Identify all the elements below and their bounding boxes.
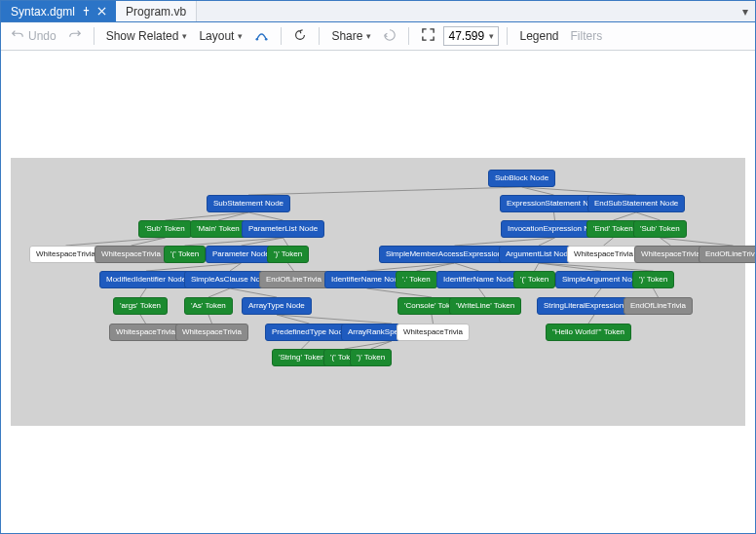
graph-canvas[interactable]: SubBlock NodeSubStatement NodeExpression… xyxy=(11,158,745,426)
svg-line-9 xyxy=(614,212,637,220)
graph-node[interactable]: WhitespaceTrivia xyxy=(567,246,640,263)
chevron-down-icon: ▾ xyxy=(366,31,371,41)
layout-label: Layout xyxy=(199,29,234,43)
redo-icon xyxy=(68,28,82,45)
graph-node[interactable]: ')' Token xyxy=(350,349,392,366)
separator xyxy=(319,27,320,45)
graph-node[interactable]: 'As' Token xyxy=(184,297,233,315)
graph-node[interactable]: 'Sub' Token xyxy=(633,220,687,238)
chevron-down-icon: ▾ xyxy=(489,31,494,41)
svg-line-44 xyxy=(345,341,393,349)
neighborhood-mode-button[interactable] xyxy=(250,25,273,47)
export-icon xyxy=(383,28,397,45)
graph-node[interactable]: SubBlock Node xyxy=(488,170,555,187)
graph-node[interactable]: ')' Token xyxy=(267,246,309,263)
separator xyxy=(94,27,94,45)
graph-node[interactable]: WhitespaceTrivia xyxy=(175,324,248,341)
graph-node[interactable]: SubStatement Node xyxy=(207,195,290,212)
layout-dropdown[interactable]: Layout ▾ xyxy=(195,27,246,45)
svg-point-1 xyxy=(265,38,268,41)
tab-filler xyxy=(197,1,736,21)
filters-label: Filters xyxy=(571,29,603,43)
graph-node[interactable]: '.' Token xyxy=(396,271,437,288)
refresh-button[interactable] xyxy=(289,26,311,47)
graph-node[interactable]: '(' Token xyxy=(513,271,555,288)
graph-node[interactable]: WhitespaceTrivia xyxy=(94,246,168,263)
graph-node[interactable]: EndSubStatement Node xyxy=(587,195,685,212)
share-dropdown[interactable]: Share ▾ xyxy=(327,27,375,45)
separator xyxy=(408,27,409,45)
svg-line-36 xyxy=(654,288,659,297)
svg-line-7 xyxy=(248,212,284,220)
fit-zoom-button[interactable] xyxy=(417,25,439,47)
toolbar: Undo Show Related ▾ Layout ▾ xyxy=(1,22,755,51)
graph-node[interactable]: 'Sub' Token xyxy=(138,220,192,238)
show-related-dropdown[interactable]: Show Related ▾ xyxy=(102,27,192,45)
graph-node[interactable]: IdentifierName Node xyxy=(436,271,521,288)
graph-node[interactable]: EndOfLineTrivia xyxy=(259,271,328,288)
graph-node[interactable]: EndOfLineTrivia xyxy=(624,297,693,315)
svg-line-30 xyxy=(140,288,146,297)
fit-icon xyxy=(421,27,435,45)
svg-line-43 xyxy=(302,341,310,349)
legend-button[interactable]: Legend xyxy=(515,27,562,45)
svg-line-24 xyxy=(367,263,455,271)
close-icon[interactable] xyxy=(96,7,106,16)
filters-button[interactable]: Filters xyxy=(567,27,607,45)
tab-label: Program.vb xyxy=(126,5,186,19)
redo-button[interactable] xyxy=(64,26,86,47)
legend-label: Legend xyxy=(519,29,558,43)
svg-line-11 xyxy=(66,238,166,246)
svg-line-25 xyxy=(417,263,455,271)
graph-node[interactable]: 'End' Token xyxy=(586,220,640,238)
svg-line-35 xyxy=(594,288,601,297)
graph-node[interactable]: WhitespaceTrivia xyxy=(109,324,182,341)
zoom-input[interactable]: ▾ xyxy=(443,26,499,46)
export-button[interactable] xyxy=(379,26,400,47)
tab-overflow-menu[interactable]: ▾ xyxy=(736,1,755,21)
graph-node[interactable]: ')' Token xyxy=(632,271,674,288)
svg-line-34 xyxy=(479,288,486,297)
tab-syntax-dgml[interactable]: Syntax.dgml xyxy=(1,1,116,21)
svg-line-29 xyxy=(539,263,654,271)
svg-line-8 xyxy=(554,212,555,220)
svg-line-16 xyxy=(455,238,555,246)
graph-node[interactable]: WhitespaceTrivia xyxy=(634,246,707,263)
canvas-area[interactable]: SubBlock NodeSubStatement NodeExpression… xyxy=(1,51,755,533)
tab-program-vb[interactable]: Program.vb xyxy=(116,1,197,21)
graph-node[interactable]: '(' Token xyxy=(164,246,206,263)
svg-line-45 xyxy=(371,341,393,349)
graph-node[interactable]: 'Main' Token xyxy=(190,220,246,238)
separator xyxy=(281,27,282,45)
graph-node[interactable]: ArrayType Node xyxy=(242,297,312,315)
svg-line-23 xyxy=(288,263,294,271)
svg-line-33 xyxy=(367,288,433,297)
pin-icon[interactable] xyxy=(81,7,91,16)
svg-line-14 xyxy=(242,238,284,246)
graph-node[interactable]: WhitespaceTrivia xyxy=(397,324,470,341)
graph-node[interactable]: ModifiedIdentifier Node xyxy=(99,271,193,288)
svg-point-0 xyxy=(256,38,259,41)
share-label: Share xyxy=(331,29,362,43)
graph-node[interactable]: EndOfLineTrivia xyxy=(699,246,755,263)
svg-line-32 xyxy=(230,288,277,297)
graph-node[interactable]: ParameterList Node xyxy=(242,220,324,238)
graph-node[interactable]: 'args' Token xyxy=(113,297,168,315)
graph-node[interactable]: 'WriteLine' Token xyxy=(449,297,521,315)
tab-label: Syntax.dgml xyxy=(11,5,75,19)
refresh-icon xyxy=(293,28,307,45)
zoom-field[interactable] xyxy=(448,29,485,43)
undo-icon xyxy=(11,28,24,45)
chevron-down-icon: ▾ xyxy=(742,5,748,19)
undo-button[interactable]: Undo xyxy=(7,26,60,47)
graph-node[interactable]: "Hello World!"' Token xyxy=(546,324,631,341)
graph-node[interactable]: Parameter Node xyxy=(206,246,277,263)
svg-line-27 xyxy=(535,263,540,271)
neighborhood-icon xyxy=(254,27,269,45)
svg-line-21 xyxy=(146,263,242,271)
svg-line-31 xyxy=(208,288,230,297)
svg-line-37 xyxy=(140,315,146,324)
show-related-label: Show Related xyxy=(106,29,179,43)
graph-node[interactable]: WhitespaceTrivia xyxy=(29,246,102,263)
svg-line-38 xyxy=(208,315,212,324)
